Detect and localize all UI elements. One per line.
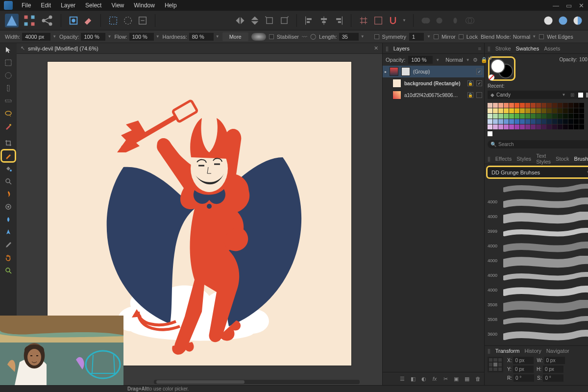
swatch[interactable]	[574, 103, 579, 108]
swatch[interactable]	[563, 114, 568, 119]
swatch[interactable]	[552, 119, 557, 124]
view-tool[interactable]	[1, 265, 15, 276]
crop-icon[interactable]: ✂	[442, 375, 449, 382]
swatch[interactable]	[536, 108, 541, 113]
swatch[interactable]	[568, 119, 573, 124]
menu-view[interactable]: View	[107, 0, 128, 10]
hardness-input[interactable]	[189, 33, 214, 41]
swatch[interactable]	[493, 108, 498, 113]
brush-item[interactable]: 4000	[488, 195, 588, 209]
bg-swatch[interactable]	[586, 93, 588, 98]
anchor-selector[interactable]	[488, 357, 503, 372]
swatch[interactable]	[514, 119, 519, 124]
length-input[interactable]	[339, 33, 359, 41]
gear-icon[interactable]: ⚙	[473, 57, 478, 63]
swatch-opacity-value[interactable]: 100 %	[579, 57, 588, 62]
swatch[interactable]	[520, 108, 525, 113]
export-persona-icon[interactable]	[40, 14, 54, 27]
view-mode-b-icon[interactable]	[558, 15, 568, 26]
menu-select[interactable]: Select	[81, 0, 105, 10]
document-tab[interactable]: smily-devil [Modified] (74.6%)	[28, 46, 98, 51]
color-indicator[interactable]: ↺	[490, 58, 514, 79]
textstyles-tab[interactable]: Text Styles	[536, 153, 551, 165]
chevron-down-icon[interactable]: ▼	[156, 34, 160, 39]
swatch[interactable]	[493, 114, 498, 119]
pan-tool[interactable]	[1, 252, 15, 264]
swatch[interactable]	[547, 114, 552, 119]
mask-icon[interactable]: ◧	[410, 375, 416, 382]
align-center-icon[interactable]	[318, 15, 329, 26]
swatch[interactable]	[525, 103, 530, 108]
swatch[interactable]	[531, 103, 536, 108]
swatch[interactable]	[552, 124, 557, 129]
view-mode-a-icon[interactable]	[543, 15, 554, 26]
swatch[interactable]	[531, 114, 536, 119]
navigator-tab[interactable]: Navigator	[546, 348, 569, 354]
eraser-icon[interactable]	[83, 15, 94, 26]
boolean-sub-icon[interactable]	[435, 15, 446, 26]
swatch[interactable]	[525, 108, 530, 113]
brush-item[interactable]: 3999	[488, 224, 588, 238]
swatch[interactable]	[574, 114, 579, 119]
swatch[interactable]	[563, 108, 568, 113]
swatch[interactable]	[552, 108, 557, 113]
list-view-icon[interactable]: ⊞	[570, 92, 574, 98]
swatch[interactable]	[520, 103, 525, 108]
wetedges-checkbox[interactable]	[539, 34, 544, 39]
ellipse-marquee-tool[interactable]	[1, 70, 15, 81]
rotate-cw-icon[interactable]	[279, 15, 290, 26]
effects-tab[interactable]: Effects	[495, 156, 512, 162]
eyedropper-tool[interactable]	[1, 239, 15, 251]
swatch[interactable]	[558, 108, 563, 113]
stroke-tab[interactable]: Stroke	[495, 46, 511, 51]
swatch[interactable]	[574, 124, 579, 129]
menu-edit[interactable]: Edit	[37, 0, 55, 10]
swap-colors-icon[interactable]: ↺	[488, 55, 492, 62]
stabiliser-checkbox[interactable]	[269, 34, 274, 39]
swatch[interactable]	[520, 119, 525, 124]
swatch[interactable]	[579, 103, 584, 108]
swatch[interactable]	[547, 119, 552, 124]
swatch-category-select[interactable]: ◆Candy ▼ ⊞	[488, 91, 588, 99]
swatch[interactable]	[498, 119, 503, 124]
styles-tab[interactable]: Styles	[516, 156, 531, 162]
symmetry-checkbox[interactable]	[374, 34, 379, 39]
brush-item[interactable]: 4000	[488, 210, 588, 223]
chevron-down-icon[interactable]: ▼	[402, 18, 406, 23]
swatch[interactable]	[509, 119, 514, 124]
swatch[interactable]	[547, 103, 552, 108]
swatch[interactable]	[558, 119, 563, 124]
swatch[interactable]	[493, 119, 498, 124]
freehand-select-tool[interactable]	[1, 108, 15, 120]
snap-grid-icon[interactable]	[358, 15, 369, 26]
quickmask-icon[interactable]	[122, 15, 133, 26]
swatch[interactable]	[498, 114, 503, 119]
paint-brush-tool[interactable]	[1, 150, 15, 162]
layers-tab[interactable]: Layers	[393, 46, 410, 51]
flood-fill-tool[interactable]	[1, 163, 15, 174]
swatch[interactable]	[568, 108, 573, 113]
flip-h-icon[interactable]	[235, 15, 245, 26]
swatch[interactable]	[547, 108, 552, 113]
history-tab[interactable]: History	[524, 348, 541, 354]
brush-item[interactable]: 3508	[488, 313, 588, 326]
brushes-tab[interactable]: Brushes	[574, 156, 588, 162]
brush-item[interactable]: 4000	[488, 254, 588, 268]
swatch[interactable]	[558, 103, 563, 108]
align-right-icon[interactable]	[333, 15, 344, 26]
swatch[interactable]	[574, 108, 579, 113]
pen-tool[interactable]	[1, 226, 15, 238]
move-tool[interactable]	[1, 44, 15, 56]
swatch[interactable]	[498, 108, 503, 113]
opacity-input[interactable]	[81, 33, 105, 41]
swatch[interactable]	[525, 119, 530, 124]
swatch[interactable]	[552, 114, 557, 119]
layer-group[interactable]: ▸ (Group)	[383, 66, 484, 77]
zoom-tool[interactable]	[1, 175, 15, 187]
swatch[interactable]	[579, 124, 584, 129]
menu-file[interactable]: File	[18, 0, 35, 10]
swatch[interactable]	[552, 103, 557, 108]
swatch[interactable]	[531, 119, 536, 124]
visibility-checkbox[interactable]	[476, 80, 482, 86]
window-close-icon[interactable]: ✕	[579, 2, 584, 9]
